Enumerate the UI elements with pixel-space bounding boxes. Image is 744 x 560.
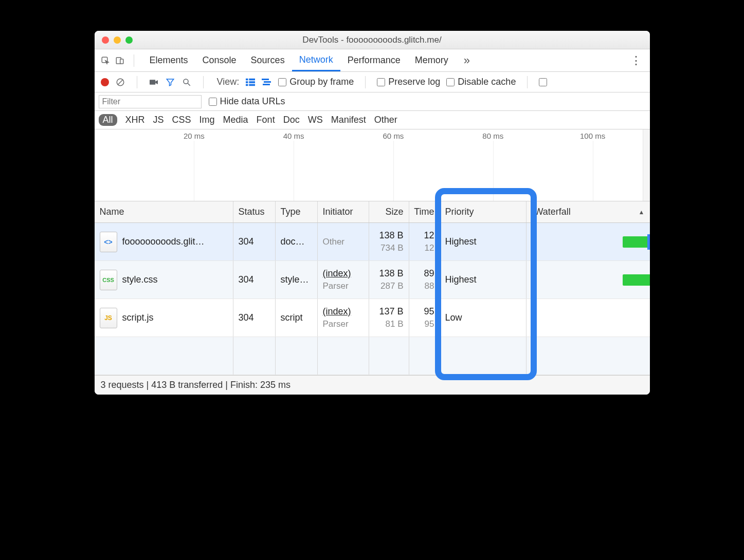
cell-waterfall xyxy=(527,299,650,337)
close-icon[interactable] xyxy=(102,36,109,44)
cell-initiator: (index)Parser xyxy=(318,261,369,298)
tab-memory[interactable]: Memory xyxy=(408,49,456,71)
zoom-icon[interactable] xyxy=(125,36,133,44)
tab-console[interactable]: Console xyxy=(195,49,244,71)
requests-table-header: Name Status Type Initiator Size Time Pri… xyxy=(95,201,650,223)
cell-priority: Low xyxy=(440,299,527,337)
minimize-icon[interactable] xyxy=(114,36,121,44)
timeline-tick: 60 ms xyxy=(383,132,404,140)
cell-size: 137 B81 B xyxy=(369,299,409,337)
cell-time: 1212 xyxy=(409,223,440,260)
table-row-empty xyxy=(95,337,650,375)
resource-type-filter: AllXHRJSCSSImgMediaFontDocWSManifestOthe… xyxy=(95,111,650,129)
svg-rect-9 xyxy=(249,78,256,80)
type-filter-xhr[interactable]: XHR xyxy=(125,115,145,125)
col-type[interactable]: Type xyxy=(276,201,318,222)
cell-type: doc… xyxy=(276,223,318,260)
more-tabs-icon[interactable]: » xyxy=(464,54,470,67)
separator xyxy=(527,76,528,88)
table-row[interactable]: JSscript.js304script(index)Parser137 B81… xyxy=(95,299,650,337)
cell-size: 138 B734 B xyxy=(369,223,409,260)
traffic-lights xyxy=(95,36,133,44)
request-name: style.css xyxy=(122,274,158,285)
devtools-window: DevTools - fooooooooods.glitch.me/ Eleme… xyxy=(95,31,650,395)
disable-cache-checkbox[interactable]: Disable cache xyxy=(446,77,516,87)
type-filter-media[interactable]: Media xyxy=(223,115,248,125)
cell-initiator: Other xyxy=(318,223,369,260)
group-by-frame-checkbox[interactable]: Group by frame xyxy=(278,77,354,87)
timeline-tick: 100 ms xyxy=(580,132,605,140)
type-filter-ws[interactable]: WS xyxy=(308,115,323,125)
type-filter-js[interactable]: JS xyxy=(153,115,164,125)
filter-input[interactable] xyxy=(99,95,202,108)
col-size[interactable]: Size xyxy=(369,201,409,222)
titlebar: DevTools - fooooooooods.glitch.me/ xyxy=(95,31,650,49)
svg-rect-8 xyxy=(246,78,248,80)
type-filter-manifest[interactable]: Manifest xyxy=(331,115,366,125)
cell-type: style… xyxy=(276,261,318,298)
type-filter-font[interactable]: Font xyxy=(257,115,275,125)
initiator-link[interactable]: (index) xyxy=(323,305,364,318)
table-row[interactable]: CSSstyle.css304style…(index)Parser138 B2… xyxy=(95,261,650,299)
col-priority[interactable]: Priority xyxy=(440,201,527,222)
tab-network[interactable]: Network xyxy=(292,49,340,71)
preserve-log-checkbox[interactable]: Preserve log xyxy=(377,77,440,87)
cell-size: 138 B287 B xyxy=(369,261,409,298)
cell-initiator: (index)Parser xyxy=(318,299,369,337)
filter-bar: Hide data URLs xyxy=(95,92,650,111)
tab-performance[interactable]: Performance xyxy=(340,49,408,71)
network-toolbar: View: Group by frame Preserve log Disabl… xyxy=(95,72,650,92)
svg-rect-5 xyxy=(150,80,155,85)
summary-bar: 3 requests | 413 B transferred | Finish:… xyxy=(95,375,650,395)
initiator-link[interactable]: (index) xyxy=(323,267,364,280)
record-button[interactable] xyxy=(101,78,109,86)
col-status[interactable]: Status xyxy=(233,201,276,222)
cell-status: 304 xyxy=(233,223,276,260)
overview-toggle-icon[interactable] xyxy=(262,77,272,87)
cell-waterfall xyxy=(527,261,650,298)
col-time[interactable]: Time xyxy=(409,201,440,222)
search-icon[interactable] xyxy=(182,77,192,87)
device-toggle-icon[interactable] xyxy=(114,55,125,66)
view-label: View: xyxy=(217,77,240,87)
tab-sources[interactable]: Sources xyxy=(244,49,292,71)
timeline-tick: 20 ms xyxy=(184,132,205,140)
svg-rect-13 xyxy=(249,84,256,86)
overview-timeline[interactable]: 20 ms40 ms60 ms80 ms100 ms xyxy=(95,129,650,201)
js-file-icon: JS xyxy=(100,308,117,328)
type-filter-css[interactable]: CSS xyxy=(172,115,191,125)
type-filter-all[interactable]: All xyxy=(99,114,117,126)
col-initiator[interactable]: Initiator xyxy=(318,201,369,222)
settings-kebab-icon[interactable]: ⋮ xyxy=(630,54,642,67)
panel-tab-bar: ElementsConsoleSourcesNetworkPerformance… xyxy=(95,49,650,72)
type-filter-other[interactable]: Other xyxy=(374,115,397,125)
timeline-scrollbar[interactable] xyxy=(643,129,650,201)
col-name[interactable]: Name xyxy=(95,201,233,222)
filter-icon[interactable] xyxy=(165,77,175,87)
type-filter-doc[interactable]: Doc xyxy=(283,115,300,125)
type-filter-img[interactable]: Img xyxy=(199,115,215,125)
svg-rect-15 xyxy=(264,81,271,83)
svg-line-4 xyxy=(117,79,123,85)
cell-status: 304 xyxy=(233,299,276,337)
svg-rect-14 xyxy=(262,79,269,80)
large-rows-icon[interactable] xyxy=(245,77,256,87)
col-waterfall[interactable]: Waterfall ▲ xyxy=(527,201,650,222)
css-file-icon: CSS xyxy=(100,270,117,290)
offline-checkbox-truncated[interactable] xyxy=(539,78,549,86)
tab-elements[interactable]: Elements xyxy=(142,49,195,71)
camera-icon[interactable] xyxy=(149,77,159,87)
cell-time: 9595 xyxy=(409,299,440,337)
inspect-icon[interactable] xyxy=(100,55,111,66)
hide-data-urls-checkbox[interactable]: Hide data URLs xyxy=(209,96,285,107)
request-name: fooooooooods.glit… xyxy=(122,236,205,247)
window-title: DevTools - fooooooooods.glitch.me/ xyxy=(95,35,650,45)
cell-waterfall xyxy=(527,223,650,260)
svg-rect-11 xyxy=(249,81,256,83)
table-row[interactable]: <>fooooooooods.glit…304doc…Other138 B734… xyxy=(95,223,650,261)
separator xyxy=(365,76,366,88)
requests-table-body: <>fooooooooods.glit…304doc…Other138 B734… xyxy=(95,223,650,375)
cell-time: 8988 xyxy=(409,261,440,298)
clear-icon[interactable] xyxy=(115,77,125,87)
svg-point-6 xyxy=(184,79,188,84)
